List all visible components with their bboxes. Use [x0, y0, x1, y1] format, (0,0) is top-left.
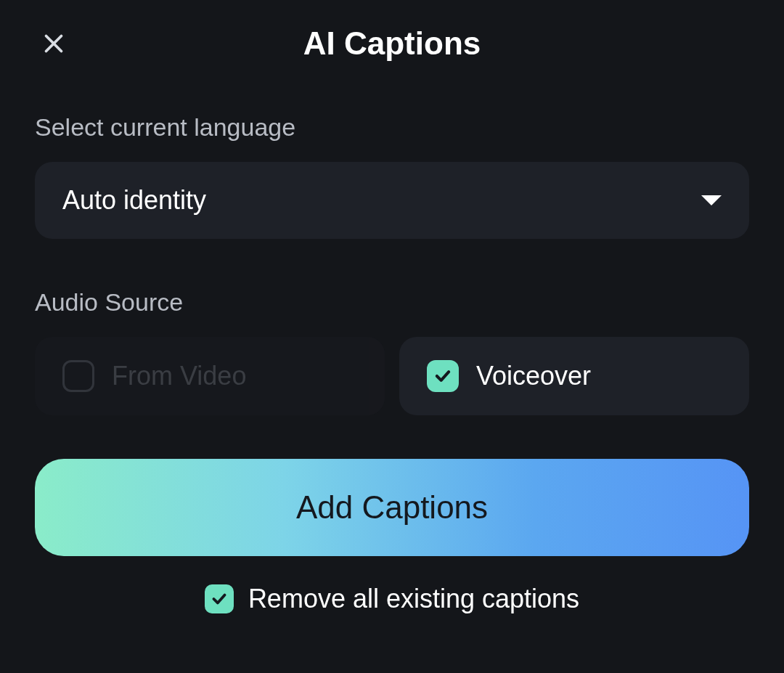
audio-option-voiceover[interactable]: Voiceover — [399, 337, 749, 415]
add-captions-button[interactable]: Add Captions — [35, 459, 749, 556]
modal-header: AI Captions — [35, 25, 749, 62]
checkbox-checked-icon — [427, 360, 459, 392]
language-label: Select current language — [35, 113, 749, 142]
audio-option-label: Voiceover — [476, 361, 591, 391]
audio-source-label: Audio Source — [35, 288, 749, 317]
checkbox-checked-icon — [205, 584, 234, 613]
remove-existing-captions-toggle[interactable]: Remove all existing captions — [35, 584, 749, 614]
audio-source-section: Audio Source From Video Voiceover — [35, 288, 749, 415]
close-icon — [41, 30, 67, 57]
audio-option-label: From Video — [112, 361, 246, 391]
audio-option-from-video[interactable]: From Video — [35, 337, 385, 415]
ai-captions-modal: AI Captions Select current language Auto… — [0, 0, 784, 673]
language-section: Select current language Auto identity — [35, 113, 749, 239]
modal-title: AI Captions — [303, 25, 481, 62]
remove-existing-label: Remove all existing captions — [248, 584, 579, 614]
language-dropdown[interactable]: Auto identity — [35, 162, 749, 239]
checkbox-unchecked-icon — [62, 360, 94, 392]
chevron-down-icon — [701, 195, 722, 205]
checkmark-icon — [433, 366, 453, 386]
audio-source-options: From Video Voiceover — [35, 337, 749, 415]
checkmark-icon — [210, 590, 229, 608]
close-button[interactable] — [35, 25, 73, 62]
language-selected-value: Auto identity — [62, 185, 206, 216]
